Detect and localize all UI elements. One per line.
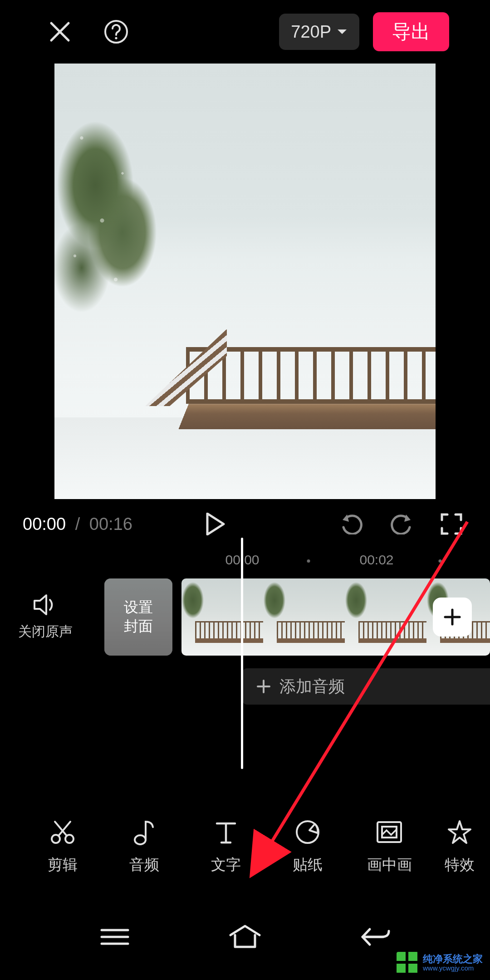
export-label: 导出 (392, 19, 430, 44)
nav-back-button[interactable] (350, 921, 400, 953)
sticker-icon (293, 818, 322, 847)
time-separator: / (75, 514, 80, 534)
watermark-logo-icon (397, 952, 418, 974)
svg-point-5 (135, 835, 146, 844)
cover-label-line1: 设置 (124, 598, 153, 617)
editor-header: 720P 导出 (0, 0, 490, 64)
play-button[interactable] (200, 508, 231, 540)
play-icon (206, 513, 225, 535)
header-left-group (45, 17, 131, 46)
mute-original-audio[interactable]: 关闭原声 (0, 593, 91, 641)
watermark-title: 纯净系统之家 (423, 954, 483, 965)
scissors-icon (48, 818, 77, 847)
bottom-toolbar: 剪辑 音频 文字 贴纸 画中画 特效 (0, 803, 490, 889)
video-track-row: 关闭原声 设置 封面 (0, 574, 490, 660)
mute-label: 关闭原声 (18, 622, 73, 641)
undo-icon (340, 514, 363, 534)
playhead[interactable] (241, 538, 243, 769)
clip-thumbnail[interactable] (263, 578, 345, 656)
redo-button[interactable] (386, 508, 417, 540)
resolution-selector[interactable]: 720P (279, 14, 359, 50)
svg-point-1 (115, 37, 117, 39)
tool-pip[interactable]: 画中画 (348, 818, 430, 875)
tool-sticker[interactable]: 贴纸 (267, 818, 348, 875)
undo-button[interactable] (336, 508, 368, 540)
close-icon (49, 20, 71, 43)
speaker-icon (33, 593, 58, 616)
tool-audio[interactable]: 音频 (103, 818, 185, 875)
plus-icon (256, 679, 271, 694)
clip-thumbnail[interactable] (345, 578, 426, 656)
tool-effects[interactable]: 特效 (430, 818, 489, 875)
tool-label: 贴纸 (293, 855, 323, 875)
timeline-area: 关闭原声 设置 封面 添加音频 (0, 574, 490, 769)
time-display: 00:00 / 00:16 (23, 514, 132, 534)
add-clip-button[interactable] (433, 598, 472, 637)
playback-controls: 00:00 / 00:16 (0, 504, 490, 544)
chevron-down-icon (337, 28, 348, 35)
menu-icon (99, 926, 131, 947)
redo-icon (390, 514, 413, 534)
watermark-url: www.ycwgjy.com (423, 965, 483, 972)
watermark: 纯净系统之家 www.ycwgjy.com (397, 952, 483, 974)
picture-in-picture-icon (375, 818, 404, 847)
help-button[interactable] (102, 17, 131, 46)
star-icon (445, 818, 474, 847)
help-icon (103, 19, 129, 44)
add-audio-label: 添加音频 (279, 676, 345, 698)
header-right-group: 720P 导出 (279, 12, 449, 51)
preview-container (0, 64, 490, 499)
home-icon (228, 924, 262, 950)
music-note-icon (130, 818, 159, 847)
tool-label: 特效 (445, 855, 475, 875)
ruler-dot (307, 559, 310, 563)
plus-icon (442, 607, 462, 627)
fullscreen-icon (440, 513, 463, 535)
tool-label: 剪辑 (48, 855, 78, 875)
add-audio-track[interactable]: 添加音频 (242, 668, 490, 705)
playback-right-group (336, 508, 467, 540)
tool-text[interactable]: 文字 (185, 818, 267, 875)
fullscreen-button[interactable] (436, 508, 467, 540)
tool-label: 音频 (129, 855, 159, 875)
video-preview[interactable] (54, 64, 436, 499)
time-current: 00:00 (23, 514, 66, 534)
export-button[interactable]: 导出 (373, 12, 449, 51)
time-total: 00:16 (89, 514, 132, 534)
resolution-value: 720P (291, 22, 331, 42)
tool-label: 画中画 (367, 855, 412, 875)
cover-label-line2: 封面 (124, 617, 153, 636)
nav-home-button[interactable] (220, 921, 270, 953)
nav-menu-button[interactable] (90, 921, 140, 953)
text-icon (211, 818, 240, 847)
tool-edit[interactable]: 剪辑 (22, 818, 103, 875)
set-cover-button[interactable]: 设置 封面 (104, 578, 172, 656)
ruler-mark: 00:02 (359, 552, 393, 568)
ruler-dot (439, 559, 442, 563)
clip-thumbnail[interactable] (181, 578, 263, 656)
close-button[interactable] (45, 17, 74, 46)
back-icon (359, 926, 392, 948)
tool-label: 文字 (211, 855, 241, 875)
timeline-ruler[interactable]: 00:00 00:02 (0, 547, 490, 574)
